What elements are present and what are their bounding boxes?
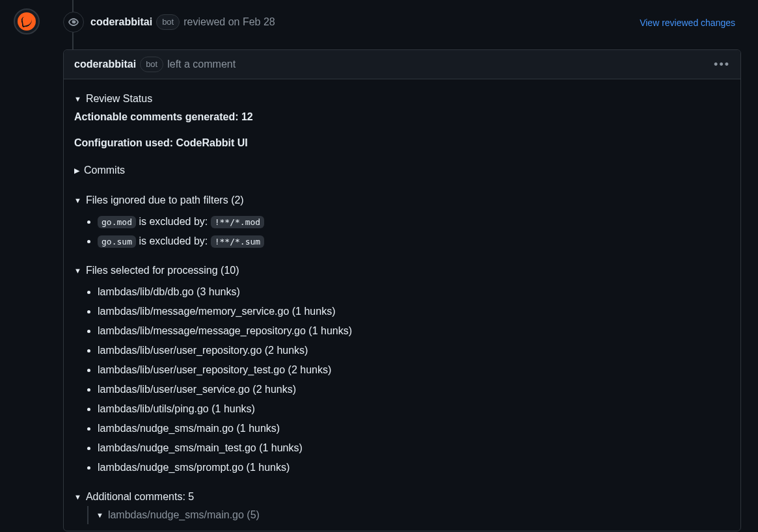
files-ignored-details[interactable]: Files ignored due to path filters (2) go… (74, 191, 730, 251)
commits-details[interactable]: Commits (74, 161, 730, 180)
list-item: lambdas/lib/utils/ping.go (1 hunks) (98, 399, 730, 419)
avatar[interactable] (14, 8, 40, 34)
additional-comments-summary[interactable]: Additional comments: 5 (74, 488, 730, 506)
commits-summary[interactable]: Commits (74, 161, 730, 180)
list-item: go.mod is excluded by: !**/*.mod (98, 212, 730, 232)
eye-icon (68, 17, 79, 27)
list-item: lambdas/lib/user/user_service.go (2 hunk… (98, 380, 730, 399)
pattern-code: !**/*.sum (211, 235, 264, 248)
pattern-code: !**/*.mod (211, 216, 264, 228)
review-comment-box: coderabbitai bot left a comment ••• Revi… (63, 49, 741, 531)
configuration-line: Configuration used: CodeRabbit UI (74, 135, 730, 151)
event-action-text: reviewed on Feb 28 (183, 14, 275, 30)
list-item: lambdas/lib/user/user_repository.go (2 h… (98, 341, 730, 360)
list-item: lambdas/nudge_sms/main.go (1 hunks) (98, 419, 730, 438)
file-code: go.mod (98, 216, 136, 228)
list-item: lambdas/lib/user/user_repository_test.go… (98, 360, 730, 380)
comment-action: left a comment (167, 57, 236, 72)
comment-header: coderabbitai bot left a comment ••• (64, 50, 740, 79)
additional-file-summary[interactable]: lambdas/nudge_sms/main.go (5) (96, 506, 730, 524)
event-username[interactable]: coderabbitai (90, 14, 152, 30)
review-status-details[interactable]: Review Status (74, 90, 730, 108)
comment-username[interactable]: coderabbitai (74, 57, 136, 72)
view-reviewed-changes-link[interactable]: View reviewed changes (640, 16, 735, 30)
files-ignored-list: go.mod is excluded by: !**/*.mod go.sum … (74, 212, 730, 251)
bot-badge: bot (156, 14, 180, 30)
list-item: go.sum is excluded by: !**/*.sum (98, 232, 730, 251)
additional-comments-details[interactable]: Additional comments: 5 lambdas/nudge_sms… (74, 488, 730, 524)
actionable-comments-line: Actionable comments generated: 12 (74, 109, 730, 125)
file-code: go.sum (98, 235, 136, 248)
review-status-summary[interactable]: Review Status (74, 90, 730, 108)
avatar-image (18, 12, 36, 31)
kebab-menu-icon[interactable]: ••• (711, 53, 733, 76)
list-item: lambdas/lib/message/memory_service.go (1… (98, 302, 730, 321)
list-item: lambdas/lib/message/message_repository.g… (98, 321, 730, 341)
files-selected-list: lambdas/lib/db/db.go (3 hunks) lambdas/l… (74, 282, 730, 477)
files-selected-summary[interactable]: Files selected for processing (10) (74, 261, 730, 280)
files-ignored-summary[interactable]: Files ignored due to path filters (2) (74, 191, 730, 209)
comment-body: Review Status Actionable comments genera… (64, 79, 740, 531)
list-item: lambdas/nudge_sms/main_test.go (1 hunks) (98, 438, 730, 458)
review-event-marker (63, 12, 84, 33)
review-event-header: coderabbitai bot reviewed on Feb 28 (90, 14, 275, 30)
files-selected-details[interactable]: Files selected for processing (10) lambd… (74, 261, 730, 477)
list-item: lambdas/lib/db/db.go (3 hunks) (98, 282, 730, 302)
list-item: lambdas/nudge_sms/prompt.go (1 hunks) (98, 458, 730, 477)
bot-badge: bot (140, 57, 163, 72)
additional-file-details[interactable]: lambdas/nudge_sms/main.go (5) (96, 506, 730, 524)
